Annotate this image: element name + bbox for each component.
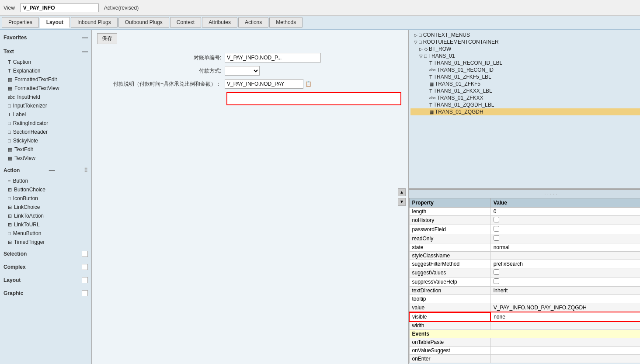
- sidebar-item-stickynote[interactable]: □ StickyNote: [0, 136, 91, 145]
- field2-select[interactable]: [225, 66, 260, 76]
- text-collapse[interactable]: —: [82, 48, 88, 55]
- timedtrigger-icon: ⊞: [8, 239, 12, 245]
- inputfield-icon: abc: [8, 95, 15, 100]
- divider[interactable]: · · · · ·: [409, 190, 640, 198]
- complex-checkbox[interactable]: [82, 264, 88, 270]
- tree-item-zqgdh[interactable]: ▦ TRANS_01_ZQGDH: [410, 108, 640, 115]
- favorites-header: Favorites —: [0, 31, 91, 44]
- status-label: Active(revised): [104, 5, 139, 11]
- tree-item-recon-id[interactable]: abc TRANS_01_RECON_ID: [410, 66, 640, 73]
- prop-name-13: width: [409, 321, 490, 330]
- tree-item-recon-id-lbl[interactable]: T TRANS_01_RECON_ID_LBL: [410, 59, 640, 66]
- field3-label: 付款说明（付款时间+具体承兑比例和金额）：: [99, 80, 221, 88]
- sidebar-item-buttonchoice[interactable]: ⊞ ButtonChoice: [0, 185, 91, 194]
- icon-rootui: □: [419, 39, 422, 45]
- copy-icon[interactable]: 📋: [305, 81, 312, 87]
- icon-recon-id-lbl: T: [429, 60, 432, 66]
- field3-input[interactable]: [225, 79, 303, 89]
- tree-item-zfkf5-lbl[interactable]: T TRANS_01_ZFKF5_LBL: [410, 73, 640, 80]
- scroll-up[interactable]: ▲: [398, 188, 406, 196]
- toggle-bt-row[interactable]: ▷: [419, 47, 423, 52]
- prop-row-5: styleClassName: [409, 252, 640, 260]
- top-bar: View Active(revised): [0, 0, 640, 16]
- sidebar-item-inputfield[interactable]: abc InputField: [0, 93, 91, 101]
- sidebar-item-formattedtextedit[interactable]: ▦ FormattedTextEdit: [0, 75, 91, 84]
- field1-input[interactable]: [225, 53, 321, 62]
- tab-context[interactable]: Context: [170, 17, 201, 28]
- icon-bt-row: ◇: [424, 46, 428, 52]
- tree-item-trans01[interactable]: ▽ □ TRANS_01: [410, 52, 640, 59]
- label-zfkxx: TRANS_01_ZFKXX: [437, 95, 483, 101]
- tree-item-rootui[interactable]: ▽ □ ROOTUIELEMENTCONTAINER: [410, 38, 640, 45]
- tab-actions[interactable]: Actions: [238, 17, 268, 28]
- sidebar-item-iconbutton[interactable]: □ IconButton: [0, 194, 91, 203]
- sidebar-item-explanation[interactable]: T Explanation: [0, 66, 91, 75]
- prop-checkbox-8[interactable]: [494, 278, 499, 284]
- tree-item-zfkxx-lbl[interactable]: T TRANS_01_ZFKXX_LBL: [410, 87, 640, 94]
- sidebar-item-linkchoice[interactable]: ⊞ LinkChoice: [0, 203, 91, 211]
- prop-checkbox-3[interactable]: [494, 235, 499, 241]
- tab-methods[interactable]: Methods: [269, 17, 303, 28]
- prop-row-3: readOnly: [409, 234, 640, 243]
- label-zfkf5: TRANS_01_ZFKF5: [435, 81, 480, 87]
- title-input[interactable]: [20, 3, 99, 12]
- tree-item-zqgdh-lbl[interactable]: T TRANS_01_ZQGDH_LBL: [410, 101, 640, 108]
- graphic-checkbox[interactable]: [82, 290, 88, 296]
- sidebar-item-label[interactable]: T Label: [0, 110, 91, 119]
- toggle-rootui[interactable]: ▽: [414, 40, 417, 45]
- scroll-down[interactable]: ▼: [398, 198, 406, 206]
- prop-value-17: ▼ 📋: [490, 354, 640, 363]
- tree-item-context-menus[interactable]: ▷ □ CONTEXT_MENUS: [410, 31, 640, 38]
- toggle-context-menus[interactable]: ▷: [414, 33, 417, 38]
- col-value: Value: [490, 198, 640, 208]
- sidebar-item-inputtokenizer[interactable]: □ InputTokenizer: [0, 101, 91, 110]
- sidebar-item-textedit[interactable]: ▦ TextEdit: [0, 145, 91, 154]
- sidebar-item-formattedtextview[interactable]: ▦ FormattedTextView: [0, 84, 91, 93]
- label-rootui: ROOTUIELEMENTCONTAINER: [423, 39, 499, 45]
- tab-outbound-plugs[interactable]: Outbound Plugs: [118, 17, 169, 28]
- toggle-trans01[interactable]: ▽: [419, 54, 423, 59]
- sidebar-item-timedtrigger[interactable]: ⊞ TimedTrigger: [0, 238, 91, 246]
- tab-layout[interactable]: Layout: [40, 17, 70, 28]
- sidebar-item-menubutton[interactable]: □ MenuButton: [0, 229, 91, 238]
- tab-attributes[interactable]: Attributes: [202, 17, 237, 28]
- label-trans01: TRANS_01: [428, 53, 455, 59]
- sidebar-item-sectionheader[interactable]: □ SectionHeader: [0, 128, 91, 136]
- action-collapse[interactable]: —: [49, 167, 55, 174]
- tree-item-zfkf5[interactable]: ▦ TRANS_01_ZFKF5: [410, 80, 640, 87]
- prop-checkbox-1[interactable]: [494, 217, 499, 222]
- label-bt-row: BT_ROW: [429, 46, 451, 52]
- tab-inbound-plugs[interactable]: Inbound Plugs: [71, 17, 118, 28]
- prop-checkbox-2[interactable]: [494, 226, 499, 232]
- textarea-red[interactable]: [226, 92, 401, 105]
- field2-select-row: [225, 66, 260, 76]
- complex-header: Complex: [0, 261, 91, 273]
- sidebar-item-linktourl[interactable]: ⊞ LinkToURL: [0, 220, 91, 229]
- events-cell: Events: [409, 329, 640, 338]
- sidebar-item-button[interactable]: ≡ Button: [0, 177, 91, 185]
- tab-properties[interactable]: Properties: [2, 17, 39, 28]
- sidebar-item-caption[interactable]: T Caption: [0, 58, 91, 66]
- menubutton-label: MenuButton: [13, 230, 42, 236]
- layout-checkbox[interactable]: [82, 277, 88, 283]
- formattedtextedit-label: FormattedTextEdit: [14, 76, 57, 83]
- tree-item-zfkxx[interactable]: abc TRANS_01_ZFKXX: [410, 94, 640, 101]
- button-label: Button: [13, 178, 28, 184]
- prop-name-16: onValueSuggest: [409, 346, 490, 354]
- prop-name-8: suppressValueHelp: [409, 277, 490, 287]
- form-area: 对账单编号: 付款方式: 付款说明（付款时间+具体承兑比例和金额）： 📋: [92, 48, 408, 364]
- buttonchoice-label: ButtonChoice: [14, 187, 45, 193]
- stickynote-label: StickyNote: [13, 138, 38, 144]
- tree-item-bt-row[interactable]: ▷ ◇ BT_ROW: [410, 45, 640, 52]
- favorites-collapse[interactable]: —: [82, 34, 88, 41]
- label-zqgdh: TRANS_01_ZQGDH: [435, 109, 483, 115]
- selection-checkbox[interactable]: [82, 251, 88, 257]
- field1-label: 对账单编号:: [99, 54, 221, 62]
- sidebar-item-ratingindicator[interactable]: □ RatingIndicator: [0, 119, 91, 128]
- sidebar-item-textview[interactable]: ▦ TextView: [0, 154, 91, 163]
- sidebar-item-linktoaction[interactable]: ⊞ LinkToAction: [0, 211, 91, 220]
- text-items: T Caption T Explanation ▦ FormattedTextE…: [0, 58, 91, 163]
- action-drag[interactable]: ⠿: [84, 167, 88, 173]
- prop-checkbox-7[interactable]: [494, 269, 499, 275]
- save-button[interactable]: 保存: [97, 33, 117, 44]
